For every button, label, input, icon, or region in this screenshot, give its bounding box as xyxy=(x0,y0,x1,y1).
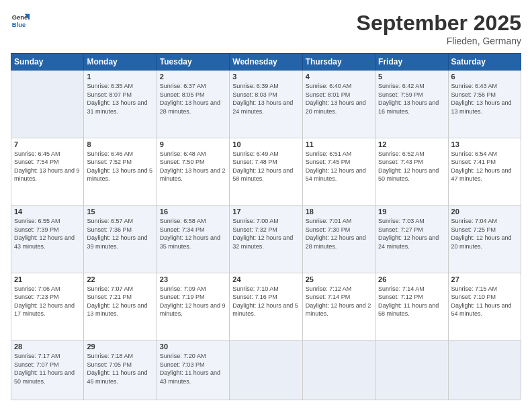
day-number: 22 xyxy=(87,275,153,283)
cell-content: Sunrise: 6:43 AMSunset: 7:56 PMDaylight:… xyxy=(451,82,518,116)
table-row: 27Sunrise: 7:15 AMSunset: 7:10 PMDayligh… xyxy=(448,273,521,340)
table-row: 11Sunrise: 6:51 AMSunset: 7:45 PMDayligh… xyxy=(302,138,375,205)
cell-content: Sunrise: 6:42 AMSunset: 7:59 PMDaylight:… xyxy=(378,82,445,116)
day-number: 26 xyxy=(378,275,445,283)
title-block: September 2025 Flieden, Germany xyxy=(357,11,521,46)
table-row: 21Sunrise: 7:06 AMSunset: 7:23 PMDayligh… xyxy=(11,273,84,340)
table-row: 6Sunrise: 6:43 AMSunset: 7:56 PMDaylight… xyxy=(448,71,521,138)
cell-content: Sunrise: 7:00 AMSunset: 7:32 PMDaylight:… xyxy=(232,217,299,250)
calendar-week-row: 21Sunrise: 7:06 AMSunset: 7:23 PMDayligh… xyxy=(11,273,521,340)
table-row: 14Sunrise: 6:55 AMSunset: 7:39 PMDayligh… xyxy=(11,205,84,273)
table-row: 19Sunrise: 7:03 AMSunset: 7:27 PMDayligh… xyxy=(375,205,448,273)
table-row xyxy=(11,71,84,138)
day-number: 30 xyxy=(160,342,226,351)
table-row xyxy=(302,340,375,400)
calendar-week-row: 1Sunrise: 6:35 AMSunset: 8:07 PMDaylight… xyxy=(11,71,521,138)
table-row: 29Sunrise: 7:18 AMSunset: 7:05 PMDayligh… xyxy=(84,340,157,400)
day-number: 14 xyxy=(14,208,81,216)
table-row: 25Sunrise: 7:12 AMSunset: 7:14 PMDayligh… xyxy=(302,273,375,340)
logo-icon: General Blue xyxy=(11,11,30,30)
day-number: 9 xyxy=(160,140,226,148)
table-row: 5Sunrise: 6:42 AMSunset: 7:59 PMDaylight… xyxy=(375,71,448,138)
day-number: 4 xyxy=(306,73,372,81)
cell-content: Sunrise: 6:57 AMSunset: 7:36 PMDaylight:… xyxy=(87,217,153,250)
cell-content: Sunrise: 7:03 AMSunset: 7:27 PMDaylight:… xyxy=(378,217,445,250)
cell-content: Sunrise: 6:58 AMSunset: 7:34 PMDaylight:… xyxy=(160,217,226,250)
cell-content: Sunrise: 7:14 AMSunset: 7:12 PMDaylight:… xyxy=(378,285,445,318)
day-number: 17 xyxy=(232,208,299,216)
cell-content: Sunrise: 6:46 AMSunset: 7:52 PMDaylight:… xyxy=(87,150,153,183)
cell-content: Sunrise: 6:55 AMSunset: 7:39 PMDaylight:… xyxy=(14,217,81,250)
cell-content: Sunrise: 7:06 AMSunset: 7:23 PMDaylight:… xyxy=(14,285,81,318)
cell-content: Sunrise: 7:10 AMSunset: 7:16 PMDaylight:… xyxy=(232,285,299,318)
month-title: September 2025 xyxy=(357,11,521,36)
table-row xyxy=(230,340,302,400)
day-number: 8 xyxy=(87,140,153,148)
cell-content: Sunrise: 7:01 AMSunset: 7:30 PMDaylight:… xyxy=(306,217,372,250)
table-row: 8Sunrise: 6:46 AMSunset: 7:52 PMDaylight… xyxy=(84,138,157,205)
day-number: 12 xyxy=(378,140,445,148)
table-row: 7Sunrise: 6:45 AMSunset: 7:54 PMDaylight… xyxy=(11,138,84,205)
calendar-table: Sunday Monday Tuesday Wednesday Thursday… xyxy=(11,53,521,400)
col-tuesday: Tuesday xyxy=(157,54,229,71)
calendar-header-row: Sunday Monday Tuesday Wednesday Thursday… xyxy=(11,54,521,71)
table-row: 26Sunrise: 7:14 AMSunset: 7:12 PMDayligh… xyxy=(375,273,448,340)
day-number: 27 xyxy=(451,275,518,283)
day-number: 15 xyxy=(87,208,153,216)
table-row: 24Sunrise: 7:10 AMSunset: 7:16 PMDayligh… xyxy=(230,273,302,340)
cell-content: Sunrise: 6:35 AMSunset: 8:07 PMDaylight:… xyxy=(87,82,153,116)
subtitle: Flieden, Germany xyxy=(357,36,521,46)
table-row: 16Sunrise: 6:58 AMSunset: 7:34 PMDayligh… xyxy=(157,205,229,273)
table-row: 9Sunrise: 6:48 AMSunset: 7:50 PMDaylight… xyxy=(157,138,229,205)
day-number: 7 xyxy=(14,140,81,148)
cell-content: Sunrise: 6:40 AMSunset: 8:01 PMDaylight:… xyxy=(306,82,372,116)
table-row: 18Sunrise: 7:01 AMSunset: 7:30 PMDayligh… xyxy=(302,205,375,273)
day-number: 28 xyxy=(14,342,81,351)
cell-content: Sunrise: 7:07 AMSunset: 7:21 PMDaylight:… xyxy=(87,285,153,318)
cell-content: Sunrise: 7:18 AMSunset: 7:05 PMDaylight:… xyxy=(87,352,153,385)
col-wednesday: Wednesday xyxy=(230,54,302,71)
calendar-week-row: 28Sunrise: 7:17 AMSunset: 7:07 PMDayligh… xyxy=(11,340,521,400)
day-number: 19 xyxy=(378,208,445,216)
day-number: 13 xyxy=(451,140,518,148)
cell-content: Sunrise: 6:49 AMSunset: 7:48 PMDaylight:… xyxy=(232,150,299,183)
cell-content: Sunrise: 7:17 AMSunset: 7:07 PMDaylight:… xyxy=(14,352,81,385)
col-sunday: Sunday xyxy=(11,54,84,71)
table-row: 20Sunrise: 7:04 AMSunset: 7:25 PMDayligh… xyxy=(448,205,521,273)
day-number: 20 xyxy=(451,208,518,216)
col-saturday: Saturday xyxy=(448,54,521,71)
col-monday: Monday xyxy=(84,54,157,71)
logo: General Blue xyxy=(11,11,30,30)
table-row: 3Sunrise: 6:39 AMSunset: 8:03 PMDaylight… xyxy=(230,71,302,138)
cell-content: Sunrise: 6:52 AMSunset: 7:43 PMDaylight:… xyxy=(378,150,445,183)
table-row: 4Sunrise: 6:40 AMSunset: 8:01 PMDaylight… xyxy=(302,71,375,138)
table-row: 2Sunrise: 6:37 AMSunset: 8:05 PMDaylight… xyxy=(157,71,229,138)
table-row: 28Sunrise: 7:17 AMSunset: 7:07 PMDayligh… xyxy=(11,340,84,400)
day-number: 24 xyxy=(232,275,299,283)
table-row: 10Sunrise: 6:49 AMSunset: 7:48 PMDayligh… xyxy=(230,138,302,205)
day-number: 3 xyxy=(232,73,299,81)
cell-content: Sunrise: 7:15 AMSunset: 7:10 PMDaylight:… xyxy=(451,285,518,318)
col-friday: Friday xyxy=(375,54,448,71)
cell-content: Sunrise: 6:45 AMSunset: 7:54 PMDaylight:… xyxy=(14,150,81,183)
svg-text:Blue: Blue xyxy=(12,21,26,28)
cell-content: Sunrise: 6:37 AMSunset: 8:05 PMDaylight:… xyxy=(160,82,226,116)
cell-content: Sunrise: 7:09 AMSunset: 7:19 PMDaylight:… xyxy=(160,285,226,318)
col-thursday: Thursday xyxy=(302,54,375,71)
header: General Blue September 2025 Flieden, Ger… xyxy=(11,11,521,46)
cell-content: Sunrise: 6:48 AMSunset: 7:50 PMDaylight:… xyxy=(160,150,226,183)
table-row: 12Sunrise: 6:52 AMSunset: 7:43 PMDayligh… xyxy=(375,138,448,205)
day-number: 29 xyxy=(87,342,153,351)
day-number: 5 xyxy=(378,73,445,81)
day-number: 11 xyxy=(306,140,372,148)
table-row: 17Sunrise: 7:00 AMSunset: 7:32 PMDayligh… xyxy=(230,205,302,273)
table-row: 15Sunrise: 6:57 AMSunset: 7:36 PMDayligh… xyxy=(84,205,157,273)
day-number: 10 xyxy=(232,140,299,148)
table-row: 22Sunrise: 7:07 AMSunset: 7:21 PMDayligh… xyxy=(84,273,157,340)
table-row xyxy=(375,340,448,400)
table-row xyxy=(448,340,521,400)
day-number: 25 xyxy=(306,275,372,283)
cell-content: Sunrise: 7:04 AMSunset: 7:25 PMDaylight:… xyxy=(451,217,518,250)
page: General Blue September 2025 Flieden, Ger… xyxy=(0,0,532,411)
cell-content: Sunrise: 6:51 AMSunset: 7:45 PMDaylight:… xyxy=(306,150,372,183)
